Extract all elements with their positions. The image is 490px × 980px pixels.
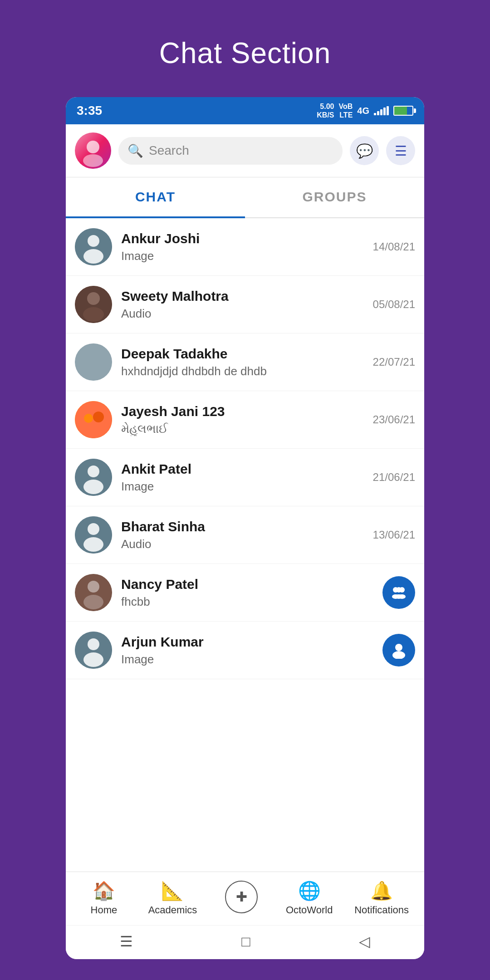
chat-item[interactable]: Deepak Tadakhe hxhdndjdjd dhdbdh de dhdb… [66,333,424,391]
chat-name: Bharat Sinha [121,519,373,534]
battery-icon [393,106,413,116]
chat-preview: Audio [121,537,373,551]
svg-point-10 [75,401,112,438]
header: 🔍 Search 💬 ☰ [66,124,424,177]
search-placeholder: Search [149,143,189,158]
chat-date: 21/06/21 [373,471,415,484]
bottom-nav: 🏠 Home 📐 Academics ✚ 🌐 OctoWorld 🔔 Notif… [66,872,424,925]
chat-item[interactable]: Nancy Patel fhcbb [66,564,424,622]
home-icon: 🏠 [93,880,115,902]
chat-icon-button[interactable]: 💬 [350,136,379,165]
nav-notifications-label: Notifications [354,904,409,916]
chat-meta [382,634,415,666]
tab-chat[interactable]: CHAT [66,177,245,218]
person-icon [75,516,112,554]
plus-badge-icon: ✚ [225,881,258,913]
chat-preview: મેહુલભાઈ [121,422,373,436]
hamburger-icon: ☰ [395,143,407,159]
search-bar[interactable]: 🔍 Search [118,137,343,165]
chat-item[interactable]: Sweety Malhotra Audio 05/08/21 [66,276,424,333]
nav-home[interactable]: 🏠 Home [81,880,127,916]
chat-item[interactable]: Jayesh Jani 123 મેહુલભાઈ 23/06/21 [66,391,424,449]
nav-home-label: Home [91,904,118,916]
svg-point-32 [392,651,405,659]
chat-info: Sweety Malhotra Audio [121,289,373,321]
page-title: Chat Section [159,36,331,70]
android-menu-button[interactable]: ☰ [120,933,133,950]
chat-item[interactable]: Bharat Sinha Audio 13/06/21 [66,506,424,564]
nav-center-add[interactable]: ✚ [219,881,264,916]
chat-name: Sweety Malhotra [121,289,373,304]
svg-point-12 [93,412,104,422]
chat-meta: 21/06/21 [373,471,415,484]
tab-bar: CHAT GROUPS [66,177,424,218]
svg-point-17 [88,523,99,535]
chat-item[interactable]: Ankur Joshi Image 14/08/21 [66,218,424,276]
avatar-image [75,286,112,323]
chat-meta: 22/07/21 [373,356,415,368]
svg-point-20 [88,581,99,593]
person-fab-icon [390,642,407,659]
bell-icon: 🔔 [370,880,393,902]
chat-info: Ankit Patel Image [121,461,373,494]
svg-point-5 [83,249,103,264]
svg-point-18 [83,537,103,552]
svg-point-31 [395,644,402,651]
svg-point-1 [87,141,99,153]
chat-preview: Audio [121,307,373,321]
chat-name: Arjun Kumar [121,634,382,650]
person-fab-button[interactable] [382,634,415,666]
chat-meta: 23/06/21 [373,413,415,426]
avatar [75,286,112,323]
svg-point-14 [88,466,99,477]
svg-point-11 [84,414,93,423]
group-fab-button[interactable] [382,576,415,609]
signal-bars-icon [374,106,389,115]
nav-octoworld[interactable]: 🌐 OctoWorld [286,880,333,916]
avatar-image [75,343,112,381]
svg-point-21 [83,595,103,609]
speech-bubble-icon: 💬 [356,143,373,159]
tab-groups[interactable]: GROUPS [245,177,424,217]
svg-point-27 [395,594,402,599]
chat-name: Ankur Joshi [121,231,373,246]
svg-point-4 [88,235,99,247]
person-icon [75,228,112,265]
nav-octoworld-label: OctoWorld [286,904,333,916]
status-time: 3:35 [77,103,102,118]
avatar [75,343,112,381]
signal-4g: 4G [357,106,369,116]
svg-point-30 [83,652,103,667]
user-profile-avatar[interactable] [75,132,111,169]
svg-point-9 [75,343,112,381]
chat-meta [382,576,415,609]
chat-item[interactable]: Arjun Kumar Image [66,622,424,679]
avatar [75,516,112,554]
chat-list: Ankur Joshi Image 14/08/21 Sweety Malhot… [66,218,424,872]
avatar [75,228,112,265]
chat-date: 13/06/21 [373,529,415,541]
nav-academics[interactable]: 📐 Academics [148,880,197,916]
chat-meta: 13/06/21 [373,529,415,541]
chat-info: Ankur Joshi Image [121,231,373,263]
chat-info: Deepak Tadakhe hxhdndjdjd dhdbdh de dhdb [121,346,373,378]
chat-preview: Image [121,249,373,263]
chat-preview: fhcbb [121,595,382,609]
group-icon [390,584,407,601]
menu-button[interactable]: ☰ [386,136,415,165]
android-home-button[interactable]: □ [241,933,250,950]
chat-item[interactable]: Ankit Patel Image 21/06/21 [66,449,424,506]
chat-meta: 05/08/21 [373,298,415,311]
avatar [75,459,112,496]
chat-meta: 14/08/21 [373,240,415,253]
avatar-image [75,132,111,169]
android-back-button[interactable]: ◁ [359,933,370,950]
academics-icon: 📐 [161,880,184,902]
svg-point-7 [87,292,100,305]
chat-name: Nancy Patel [121,577,382,592]
chat-name: Ankit Patel [121,461,373,477]
network-speed: 5.00KB/S [317,102,334,119]
status-icons: 5.00KB/S VoBLTE 4G [317,102,413,119]
person-icon [75,632,112,669]
nav-notifications[interactable]: 🔔 Notifications [354,880,409,916]
